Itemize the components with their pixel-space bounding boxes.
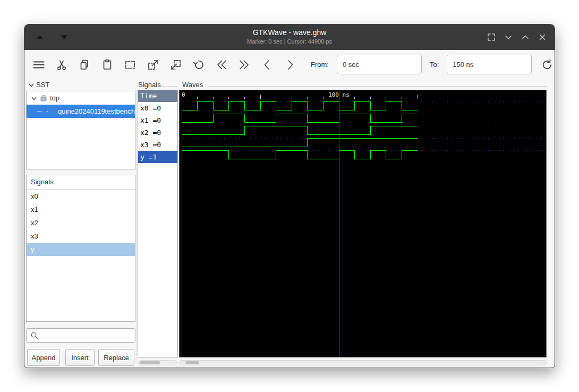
sst-tree: top quine20240119testbench bbox=[26, 91, 135, 169]
window-title: GTKWave - wave.ghw bbox=[24, 28, 555, 37]
tree-node-top[interactable]: top bbox=[27, 91, 135, 105]
cut-button[interactable] bbox=[54, 57, 69, 72]
signal-item-x3[interactable]: x3 bbox=[27, 229, 135, 243]
wave-signal-row-y[interactable]: y =1 bbox=[138, 151, 177, 163]
expander-chevron-right-icon bbox=[46, 108, 49, 115]
gear-icon bbox=[52, 108, 55, 115]
wave-signal-row-x3[interactable]: x3 =0 bbox=[138, 139, 177, 151]
search-input[interactable] bbox=[41, 328, 135, 343]
paste-icon bbox=[101, 58, 114, 71]
expander-chevron-down-icon bbox=[31, 95, 37, 101]
to-input[interactable] bbox=[447, 55, 532, 74]
chevron-down-icon bbox=[28, 82, 35, 88]
hamburger-menu-icon bbox=[32, 58, 46, 71]
reload-icon bbox=[541, 58, 554, 71]
content-area: SST top quine20240119testbench Signals x… bbox=[24, 79, 555, 368]
cut-icon bbox=[55, 58, 68, 71]
signal-item-x0[interactable]: x0 bbox=[27, 190, 135, 203]
insert-button[interactable]: Insert bbox=[65, 349, 95, 366]
skip-to-end-icon bbox=[238, 58, 251, 71]
zoom-fit-button[interactable] bbox=[123, 57, 138, 72]
close-button[interactable] bbox=[535, 30, 549, 44]
signal-pane-scrollbar[interactable] bbox=[138, 360, 177, 365]
frame-edge bbox=[160, 86, 177, 87]
titlebar: GTKWave - wave.ghw Marker: 0 sec | Curso… bbox=[24, 24, 555, 50]
prev-edge-button[interactable] bbox=[260, 57, 275, 72]
signal-item-x1[interactable]: x1 bbox=[27, 203, 135, 216]
signal-picker: Signals x0 x1 x2 x3 y bbox=[26, 175, 135, 322]
wave-signal-row-x2[interactable]: x2 =0 bbox=[138, 126, 177, 139]
gtkwave-window: GTKWave - wave.ghw Marker: 0 sec | Curso… bbox=[24, 24, 555, 368]
append-button[interactable]: Append bbox=[27, 349, 60, 366]
zoom-out-icon bbox=[169, 58, 182, 71]
from-input[interactable] bbox=[337, 55, 422, 74]
chevron-down-icon bbox=[504, 32, 513, 42]
signal-name-pane: Time x0 =0 x1 =0 x2 =0 x3 =0 y =1 bbox=[138, 90, 178, 357]
wave-canvas[interactable]: 0100 ns bbox=[180, 90, 546, 357]
undo-button[interactable] bbox=[191, 57, 206, 72]
scrollbar-thumb[interactable] bbox=[185, 361, 199, 364]
zoom-out-button[interactable] bbox=[168, 57, 183, 72]
chevron-up-icon bbox=[521, 32, 530, 42]
module-icon bbox=[40, 95, 47, 102]
pane-divider bbox=[137, 90, 137, 364]
sst-label: SST bbox=[36, 81, 49, 89]
zoom-fit-icon bbox=[124, 58, 137, 71]
from-label: From: bbox=[311, 61, 329, 69]
minimize-button[interactable] bbox=[501, 30, 515, 44]
reload-button[interactable] bbox=[540, 57, 555, 72]
wave-signal-row-x0[interactable]: x0 =0 bbox=[138, 102, 177, 114]
zoom-in-button[interactable] bbox=[146, 57, 160, 72]
replace-button[interactable]: Replace bbox=[98, 349, 134, 366]
go-first-button[interactable] bbox=[214, 57, 229, 72]
signal-picker-header: Signals bbox=[27, 175, 135, 190]
wave-display: 0100 ns bbox=[179, 90, 547, 357]
to-label: To: bbox=[430, 61, 439, 69]
tree-guide-line bbox=[37, 111, 43, 112]
wave-signal-row-x1[interactable]: x1 =0 bbox=[138, 114, 177, 126]
menu-button[interactable] bbox=[31, 57, 46, 72]
go-last-button[interactable] bbox=[237, 57, 252, 72]
scrollbar-thumb[interactable] bbox=[140, 361, 160, 364]
chevron-left-icon bbox=[261, 58, 274, 71]
waves-pane-title: Waves bbox=[182, 81, 203, 89]
chevron-right-icon bbox=[284, 58, 296, 71]
maximize-button[interactable] bbox=[518, 30, 532, 44]
tree-node-testbench[interactable]: quine20240119testbench bbox=[27, 105, 135, 118]
signal-item-y[interactable]: y bbox=[27, 243, 135, 256]
search-icon bbox=[30, 331, 39, 340]
time-header[interactable]: Time bbox=[138, 90, 177, 102]
undo-icon bbox=[192, 58, 205, 71]
marker-cursor-status: Marker: 0 sec | Cursor: 44900 ps bbox=[24, 38, 555, 45]
signal-search bbox=[26, 328, 135, 343]
fit-icon bbox=[487, 32, 496, 42]
paste-button[interactable] bbox=[100, 57, 115, 72]
tree-node-label: quine20240119testbench bbox=[58, 107, 135, 115]
copy-button[interactable] bbox=[77, 57, 92, 72]
zoom-in-icon bbox=[147, 58, 159, 71]
wave-pane-scrollbar[interactable] bbox=[179, 360, 547, 365]
tree-node-label: top bbox=[50, 94, 59, 102]
svg-text:0: 0 bbox=[182, 91, 185, 98]
toolbar: From: To: bbox=[24, 50, 555, 79]
signal-item-x2[interactable]: x2 bbox=[27, 216, 135, 229]
close-icon bbox=[538, 32, 547, 42]
next-edge-button[interactable] bbox=[283, 57, 297, 72]
signals-pane-title: Signals bbox=[138, 81, 161, 89]
fit-window-button[interactable] bbox=[484, 30, 498, 44]
skip-to-start-icon bbox=[215, 58, 228, 71]
sst-expander[interactable]: SST bbox=[28, 81, 49, 89]
copy-icon bbox=[78, 58, 91, 71]
frame-edge bbox=[208, 86, 547, 87]
desktop: { "window": { "title": "GTKWave - wave.g… bbox=[0, 0, 579, 392]
